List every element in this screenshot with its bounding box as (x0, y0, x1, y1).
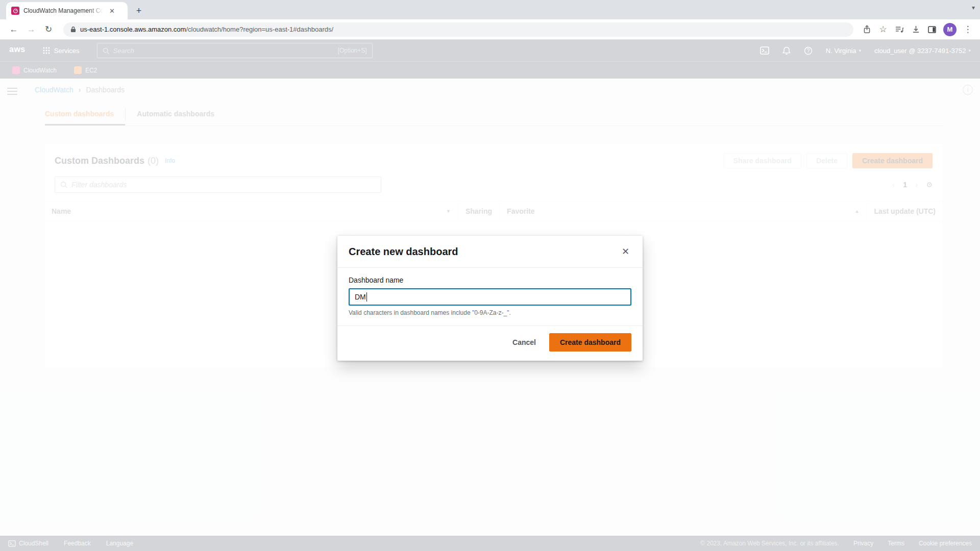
bookmark-star-icon[interactable]: ☆ (876, 22, 890, 37)
create-dashboard-submit-button[interactable]: Create dashboard (549, 333, 631, 352)
back-button[interactable]: ← (7, 22, 21, 37)
lock-icon (70, 26, 76, 33)
text-cursor (366, 292, 367, 302)
profile-avatar[interactable]: M (943, 23, 957, 36)
reload-button[interactable]: ↻ (41, 22, 56, 37)
share-icon[interactable] (860, 22, 874, 37)
modal-close-icon[interactable]: ✕ (620, 245, 631, 258)
browser-tab[interactable]: CloudWatch Management Console ✕ (6, 2, 128, 19)
cloudwatch-favicon-icon (11, 7, 19, 15)
browser-toolbar: ← → ↻ us-east-1.console.aws.amazon.com/c… (0, 19, 980, 40)
dashboard-name-label: Dashboard name (349, 276, 631, 284)
browser-tab-strip: CloudWatch Management Console ✕ + ▾ (0, 0, 980, 19)
browser-menu-icon[interactable]: ⋮ (961, 22, 975, 37)
new-tab-button[interactable]: + (132, 4, 146, 18)
url-path: /cloudwatch/home?region=us-east-1#dashbo… (186, 26, 333, 33)
cancel-button[interactable]: Cancel (512, 338, 536, 346)
url-bar[interactable]: us-east-1.console.aws.amazon.com/cloudwa… (63, 22, 853, 37)
tab-title: CloudWatch Management Console (23, 7, 103, 14)
valid-characters-helper: Valid characters in dashboard names incl… (349, 309, 631, 316)
modal-title: Create new dashboard (349, 246, 458, 258)
tab-close-icon[interactable]: ✕ (107, 6, 117, 16)
sidebar-toggle-icon[interactable] (925, 22, 939, 37)
download-icon[interactable] (909, 22, 923, 37)
forward-button[interactable]: → (24, 22, 38, 37)
media-controls-icon[interactable] (892, 22, 906, 37)
page-viewport: aws Services Search [Option+S] (0, 40, 980, 551)
dashboard-name-input[interactable]: DM (349, 288, 631, 306)
url-domain: us-east-1.console.aws.amazon.com (80, 26, 186, 33)
chevron-down-icon[interactable]: ▾ (972, 4, 975, 11)
create-dashboard-modal: Create new dashboard ✕ Dashboard name DM… (337, 236, 643, 361)
